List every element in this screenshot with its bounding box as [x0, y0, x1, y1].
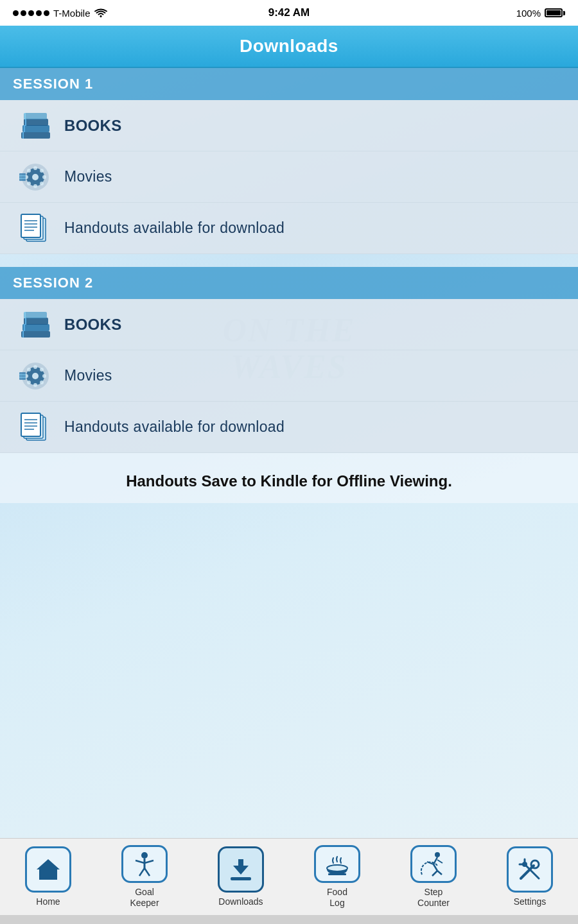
svg-rect-31: [22, 324, 49, 331]
tab-settings-label: Settings: [514, 896, 547, 907]
session1-books[interactable]: BOOKS: [0, 100, 578, 151]
session2-handouts-label: Handouts available for download: [64, 418, 285, 436]
svg-rect-32: [24, 318, 48, 325]
session2-movies[interactable]: Movies: [0, 350, 578, 402]
svg-point-80: [531, 860, 539, 868]
bottom-text-section: Handouts Save to Kindle for Offline View…: [0, 453, 578, 503]
tab-downloads[interactable]: Downloads: [193, 839, 289, 915]
svg-point-19: [27, 182, 31, 185]
svg-point-44: [42, 374, 46, 378]
tab-downloads-label: Downloads: [218, 896, 263, 907]
settings-icon: [516, 855, 544, 884]
status-left: T-Mobile: [13, 8, 107, 19]
tab-bar: Home GoalKeeper Downloads: [0, 838, 578, 915]
svg-line-76: [437, 860, 442, 863]
tab-stepcounter-label: StepCounter: [417, 887, 450, 909]
foodlog-icon: [323, 850, 351, 878]
battery-percent: 100%: [516, 8, 541, 19]
svg-point-17: [40, 182, 44, 185]
status-right: 100%: [516, 8, 565, 19]
svg-point-16: [27, 169, 31, 173]
session1-movies-label: Movies: [64, 168, 112, 185]
session1-handouts[interactable]: Handouts available for download: [0, 203, 578, 254]
tab-home[interactable]: Home: [0, 839, 96, 915]
session1-books-label: BOOKS: [64, 117, 122, 135]
tab-goalkeeper-label: GoalKeeper: [130, 887, 159, 909]
svg-rect-54: [21, 413, 40, 436]
session1-label: SESSION 1: [13, 76, 93, 92]
session2-books[interactable]: BOOKS: [0, 299, 578, 350]
session1-movies[interactable]: Movies: [0, 151, 578, 203]
tab-foodlog-label: FoodLog: [327, 887, 347, 909]
status-time: 9:42 AM: [268, 6, 310, 19]
foodlog-icon-box: [314, 845, 360, 883]
svg-rect-25: [21, 214, 40, 237]
svg-rect-20: [19, 173, 26, 181]
session2-books-label: BOOKS: [64, 316, 122, 334]
svg-rect-36: [24, 312, 47, 318]
svg-rect-30: [21, 331, 50, 338]
svg-point-13: [33, 184, 37, 188]
battery-icon: [545, 8, 565, 17]
session2-label: SESSION 2: [13, 275, 93, 291]
downloads-icon-box: [218, 846, 264, 893]
session2-movies-label: Movies: [64, 367, 112, 384]
svg-point-12: [33, 166, 37, 170]
svg-rect-1: [21, 132, 50, 139]
svg-line-63: [136, 860, 144, 863]
svg-point-40: [32, 373, 39, 379]
handouts-icon: [13, 210, 58, 246]
svg-line-64: [144, 860, 153, 863]
session1-header: SESSION 1: [0, 68, 578, 100]
svg-rect-2: [22, 125, 49, 132]
svg-point-72: [435, 852, 440, 857]
svg-point-61: [141, 852, 148, 859]
goalkeeper-icon-box: [121, 845, 168, 883]
svg-rect-71: [328, 873, 346, 875]
svg-line-77: [432, 871, 437, 876]
books-icon-2: [13, 307, 58, 342]
session2-header: SESSION 2: [0, 267, 578, 299]
svg-point-42: [33, 383, 37, 387]
carrier-label: T-Mobile: [53, 8, 91, 19]
main-content: SESSION 1 BOOKS: [0, 68, 578, 838]
svg-rect-49: [19, 372, 26, 380]
session-spacer: [0, 254, 578, 267]
svg-point-41: [33, 365, 37, 369]
svg-point-18: [40, 169, 44, 173]
downloads-icon: [227, 855, 255, 884]
svg-rect-3: [24, 119, 48, 126]
tab-home-label: Home: [36, 896, 60, 907]
settings-icon-box: [507, 846, 553, 893]
svg-line-78: [437, 871, 442, 875]
kindle-text: Handouts Save to Kindle for Offline View…: [13, 472, 565, 490]
signal-dots: [13, 10, 49, 16]
tab-foodlog[interactable]: FoodLog: [289, 839, 385, 915]
svg-point-0: [100, 15, 101, 17]
stepcounter-icon-box: [410, 845, 457, 883]
goalkeeper-icon: [130, 850, 159, 878]
svg-point-47: [40, 368, 44, 372]
movies-icon: [13, 159, 58, 194]
status-bar: T-Mobile 9:42 AM 100%: [0, 0, 578, 26]
svg-point-45: [27, 368, 31, 372]
svg-point-70: [327, 865, 347, 871]
movies-icon-2: [13, 358, 58, 393]
wifi-icon: [94, 8, 107, 18]
handouts-icon-2: [13, 409, 58, 445]
svg-marker-68: [233, 859, 249, 875]
svg-point-46: [40, 381, 44, 384]
tab-stepcounter[interactable]: StepCounter: [385, 839, 482, 915]
home-icon-box: [25, 846, 71, 893]
tab-settings[interactable]: Settings: [482, 839, 578, 915]
home-icon: [34, 855, 62, 884]
stepcounter-icon: [419, 850, 448, 878]
tab-goalkeeper[interactable]: GoalKeeper: [96, 839, 193, 915]
svg-rect-67: [231, 877, 251, 880]
page-header: Downloads: [0, 26, 578, 68]
session2-handouts[interactable]: Handouts available for download: [0, 402, 578, 453]
page-title: Downloads: [13, 36, 565, 56]
books-icon: [13, 108, 58, 143]
svg-rect-7: [24, 113, 47, 119]
svg-rect-60: [46, 873, 51, 880]
